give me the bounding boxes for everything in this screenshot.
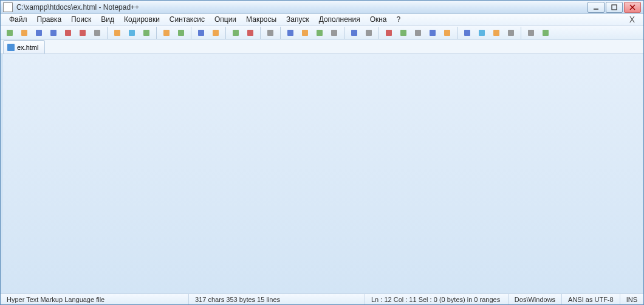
close-all-button[interactable] xyxy=(76,26,89,39)
status-encoding: ANSI as UTF-8 xyxy=(562,294,620,304)
svg-rect-31 xyxy=(444,30,450,36)
undo-button[interactable] xyxy=(160,26,173,39)
svg-rect-4 xyxy=(7,30,13,36)
lang-button[interactable] xyxy=(348,26,361,39)
close-button[interactable] xyxy=(61,26,75,39)
svg-rect-10 xyxy=(94,30,100,36)
svg-rect-21 xyxy=(287,30,293,36)
minimize-button[interactable] xyxy=(587,2,605,13)
find-button[interactable] xyxy=(194,26,208,39)
print-button[interactable] xyxy=(91,26,104,39)
svg-rect-7 xyxy=(50,30,57,36)
play-all-button[interactable] xyxy=(426,26,439,39)
menu-поиск[interactable]: Поиск xyxy=(66,14,96,25)
svg-rect-20 xyxy=(267,30,273,36)
copy-button[interactable] xyxy=(125,26,139,39)
toolbar-separator xyxy=(260,27,261,39)
menu-окна[interactable]: Окна xyxy=(365,14,392,25)
svg-rect-18 xyxy=(233,30,239,36)
svg-rect-32 xyxy=(464,30,470,36)
separator xyxy=(1,54,3,293)
spell-button[interactable] xyxy=(539,26,552,39)
menu-кодировки[interactable]: Кодировки xyxy=(119,14,165,25)
open-button[interactable] xyxy=(18,26,31,39)
replace-button[interactable] xyxy=(209,26,222,39)
next-button[interactable] xyxy=(490,26,503,39)
prev-button[interactable] xyxy=(475,26,488,39)
svg-rect-29 xyxy=(415,30,421,36)
paste-button[interactable] xyxy=(140,26,153,39)
svg-rect-19 xyxy=(247,30,253,36)
menu-вид[interactable]: Вид xyxy=(96,14,119,25)
svg-rect-11 xyxy=(114,30,120,36)
fast-button[interactable] xyxy=(440,26,454,39)
new-button[interactable] xyxy=(3,26,16,39)
status-filetype: Hyper Text Markup Language file xyxy=(1,294,189,304)
svg-rect-9 xyxy=(80,30,86,36)
settings-button[interactable] xyxy=(524,26,538,39)
zoom-out-button[interactable] xyxy=(244,26,257,39)
svg-rect-26 xyxy=(366,30,372,36)
record-button[interactable] xyxy=(382,26,396,39)
menu-файл[interactable]: Файл xyxy=(4,14,32,25)
svg-rect-37 xyxy=(543,30,549,36)
maximize-button[interactable] xyxy=(606,2,623,13)
clear-button[interactable] xyxy=(504,26,518,39)
redo-button[interactable] xyxy=(174,26,188,39)
indent-button[interactable] xyxy=(313,26,326,39)
toolbar-separator xyxy=(379,27,379,39)
toolbar-separator xyxy=(191,27,191,39)
svg-rect-30 xyxy=(430,30,436,36)
menu-опции[interactable]: Опции xyxy=(210,14,241,25)
guide-button[interactable] xyxy=(327,26,341,39)
wrap-button[interactable] xyxy=(284,26,297,39)
svg-rect-24 xyxy=(331,30,337,36)
menu-правка[interactable]: Правка xyxy=(32,14,67,25)
menubar: X ФайлПравкаПоискВидКодировкиСинтаксисОп… xyxy=(1,14,643,26)
svg-rect-34 xyxy=(493,30,499,36)
toolbar-separator xyxy=(344,27,344,39)
toolbar-separator xyxy=(225,27,226,39)
play-button[interactable] xyxy=(397,26,410,39)
zoom-in-button[interactable] xyxy=(229,26,242,39)
eye-button[interactable] xyxy=(362,26,375,39)
titlebar: C:\xampp\htdocs\ex.html - Notepad++ xyxy=(1,1,643,14)
window-title: C:\xampp\htdocs\ex.html - Notepad++ xyxy=(16,3,587,12)
toolbar-separator xyxy=(107,27,108,39)
close-button[interactable] xyxy=(624,2,641,13)
toolbar-separator xyxy=(156,27,157,39)
menubar-close-icon[interactable]: X xyxy=(625,15,640,24)
all-chars-button[interactable] xyxy=(298,26,312,39)
save-button[interactable] xyxy=(32,26,46,39)
svg-rect-6 xyxy=(36,30,42,36)
svg-rect-33 xyxy=(479,30,485,36)
toolbar-separator xyxy=(280,27,281,39)
toggle-button[interactable] xyxy=(461,26,474,39)
svg-rect-27 xyxy=(386,30,392,36)
cut-button[interactable] xyxy=(111,26,124,39)
svg-rect-14 xyxy=(163,30,170,36)
status-eol: Dos\Windows xyxy=(509,294,562,304)
svg-rect-12 xyxy=(129,30,135,36)
svg-rect-5 xyxy=(21,30,27,36)
status-mode: INS xyxy=(620,294,643,304)
window-controls xyxy=(587,2,641,13)
svg-rect-25 xyxy=(351,30,357,36)
sync-button[interactable] xyxy=(264,26,277,39)
menu-синтаксис[interactable]: Синтаксис xyxy=(165,14,210,25)
stop-button[interactable] xyxy=(411,26,425,39)
status-position: Ln : 12 Col : 11 Sel : 0 (0 bytes) in 0 … xyxy=(365,294,509,304)
file-icon xyxy=(7,44,15,51)
menu-запуск[interactable]: Запуск xyxy=(281,14,314,25)
app-icon xyxy=(3,2,13,12)
menu-?[interactable]: ? xyxy=(392,14,406,25)
status-stats: 317 chars 353 bytes 15 lines xyxy=(189,294,365,304)
file-tab[interactable]: ex.html xyxy=(3,40,45,53)
toolbar-separator xyxy=(521,27,521,39)
save-all-button[interactable] xyxy=(47,26,60,39)
svg-rect-28 xyxy=(400,30,406,36)
menu-дополнения[interactable]: Дополнения xyxy=(314,14,365,25)
menu-макросы[interactable]: Макросы xyxy=(241,14,281,25)
svg-rect-23 xyxy=(317,30,323,36)
svg-rect-16 xyxy=(198,30,204,36)
